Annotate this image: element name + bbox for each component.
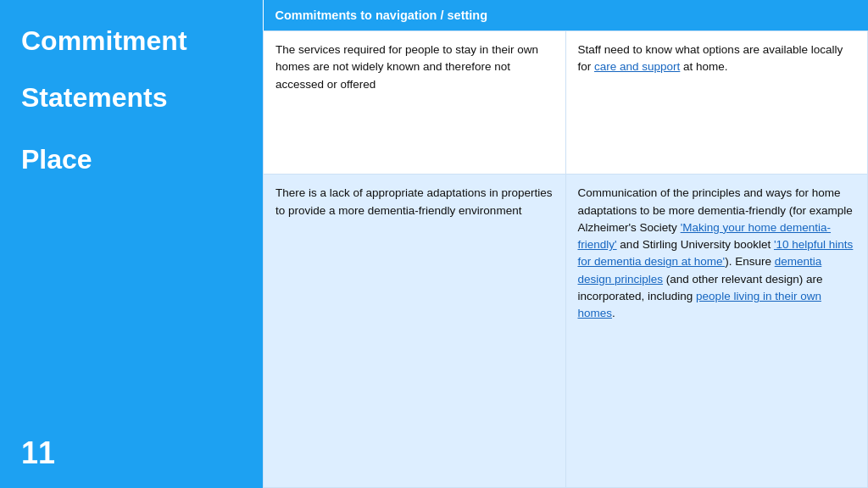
row2-col2: Communication of the principles and ways… [565, 175, 868, 488]
sidebar-top: Commitment Statements Place [21, 25, 242, 175]
row1-col1: The services required for people to stay… [264, 31, 566, 175]
care-and-support-link[interactable]: care and support [594, 60, 680, 73]
people-living-link[interactable]: people living in their own homes [578, 290, 821, 319]
row2-col1: There is a lack of appropriate adaptatio… [264, 175, 566, 488]
row1-col2: Staff need to know what options are avai… [565, 31, 868, 175]
commitments-table: Commitments to navigation / setting The … [263, 0, 868, 488]
sidebar-section: Place [21, 144, 242, 175]
table-header: Commitments to navigation / setting [264, 0, 868, 31]
sidebar: Commitment Statements Place 11 [0, 0, 263, 488]
sidebar-title: Commitment [21, 25, 242, 57]
sidebar-subtitle: Statements [21, 82, 242, 114]
table-row: The services required for people to stay… [264, 31, 868, 175]
table-row: There is a lack of appropriate adaptatio… [264, 175, 868, 488]
main-content: Commitments to navigation / setting The … [263, 0, 868, 488]
page-number: 11 [21, 435, 242, 471]
